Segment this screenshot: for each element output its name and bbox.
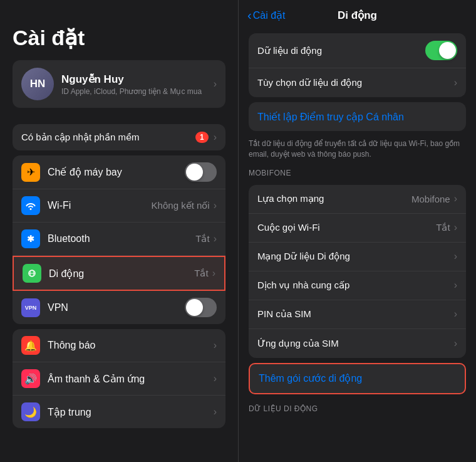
vpn-toggle[interactable] — [185, 298, 217, 317]
airplane-icon: ✈ — [21, 163, 40, 182]
airplane-label: Chế độ máy bay — [48, 166, 185, 178]
network-select-label: Lựa chọn mạng — [257, 193, 411, 204]
vpn-icon: VPN — [21, 298, 40, 317]
right-page-title: Di động — [338, 9, 377, 22]
focus-chevron-icon: › — [214, 406, 217, 417]
notifications-chevron-icon: › — [214, 340, 217, 351]
add-plan-container: Thêm gói cước di động — [249, 363, 466, 394]
mobile-network-row[interactable]: Mạng Dữ liệu Di động › — [249, 243, 466, 271]
back-button[interactable]: ‹ Cài đặt — [247, 8, 285, 23]
bluetooth-value: Tắt — [195, 233, 209, 244]
right-header: ‹ Cài đặt Di động — [239, 0, 476, 28]
settings-row-bluetooth[interactable]: ✱ Bluetooth Tắt › — [13, 223, 225, 256]
page-title: Cài đặt — [13, 25, 225, 50]
focus-icon: 🌙 — [21, 402, 40, 421]
settings-row-vpn[interactable]: VPN VPN — [13, 291, 225, 324]
sim-pin-label: PIN của SIM — [257, 308, 454, 320]
update-chevron-icon: › — [214, 132, 217, 143]
mobile-icon — [23, 264, 41, 283]
profile-name: Nguyễn Huy — [61, 73, 214, 86]
vpn-label: VPN — [48, 302, 185, 313]
update-label: Có bản cập nhật phần mềm — [21, 132, 195, 143]
wifi-call-label: Cuộc gọi Wi-Fi — [257, 222, 436, 233]
sim-apps-chevron-icon: › — [454, 338, 457, 349]
provider-services-chevron-icon: › — [454, 280, 457, 291]
mobile-data-row[interactable]: Dữ liệu di động — [249, 33, 466, 68]
network-select-chevron-icon: › — [454, 193, 457, 204]
settings-row-notifications[interactable]: 🔔 Thông báo › — [13, 329, 225, 362]
avatar: HN — [21, 68, 54, 100]
right-panel: ‹ Cài đặt Di động Dữ liệu di động Tùy ch… — [238, 0, 476, 462]
update-badge: 1 — [195, 132, 209, 143]
sound-label: Âm thanh & Cảm ứng — [48, 373, 214, 385]
mobile-value: Tắt — [194, 268, 208, 279]
mobile-network-label: Mạng Dữ liệu Di động — [257, 251, 454, 262]
bluetooth-chevron-icon: › — [214, 233, 217, 244]
update-banner[interactable]: Có bản cập nhật phần mềm 1 › — [13, 124, 225, 150]
add-plan-label: Thêm gói cước di động — [259, 372, 362, 384]
provider-services-row[interactable]: Dịch vụ nhà cung cấp › — [249, 271, 466, 300]
sound-chevron-icon: › — [214, 373, 217, 384]
mobifone-group: Lựa chọn mạng Mobifone › Cuộc gọi Wi-Fi … — [249, 185, 466, 358]
mobile-data-label: Dữ liệu di động — [257, 45, 425, 56]
wifi-call-chevron-icon: › — [454, 222, 457, 233]
settings-group-1: ✈ Chế độ máy bay Wi-Fi Không kết nối › ✱… — [13, 155, 225, 324]
mobifone-section-header: MOBIFONE — [239, 165, 476, 180]
sim-apps-row[interactable]: Ứng dụng của SIM › — [249, 329, 466, 358]
sim-pin-row[interactable]: PIN của SIM › — [249, 300, 466, 329]
airplane-toggle[interactable] — [185, 162, 217, 182]
add-plan-row[interactable]: Thêm gói cước di động — [250, 364, 465, 393]
mobile-options-chevron-icon: › — [454, 77, 457, 88]
wifi-icon — [21, 196, 40, 215]
profile-chevron-icon: › — [214, 78, 217, 90]
mobile-label: Di động — [49, 268, 194, 280]
settings-row-airplane[interactable]: ✈ Chế độ máy bay — [13, 155, 225, 189]
left-header: Cài đặt HN Nguyễn Huy ID Apple, iCloud, … — [0, 0, 238, 119]
settings-group-2: 🔔 Thông báo › 🔊 Âm thanh & Cảm ứng › 🌙 T… — [13, 329, 225, 428]
wifi-call-value: Tắt — [436, 222, 450, 233]
hotspot-row[interactable]: Thiết lập Điểm truy cập Cá nhân — [249, 102, 466, 131]
mobile-options-row[interactable]: Tùy chọn dữ liệu di động › — [249, 68, 466, 97]
mobile-chevron-icon: › — [212, 268, 215, 279]
left-panel: Cài đặt HN Nguyễn Huy ID Apple, iCloud, … — [0, 0, 238, 462]
mobile-data-group: Dữ liệu di động Tùy chọn dữ liệu di động… — [249, 33, 466, 97]
settings-row-mobile[interactable]: Di động Tắt › — [13, 256, 225, 291]
wifi-call-row[interactable]: Cuộc gọi Wi-Fi Tắt › — [249, 214, 466, 243]
profile-subtitle: ID Apple, iCloud, Phương tiện & Mục mua — [61, 87, 214, 96]
notifications-label: Thông báo — [48, 340, 214, 351]
focus-label: Tập trung — [48, 406, 214, 418]
wifi-label: Wi-Fi — [48, 200, 152, 211]
mobile-options-label: Tùy chọn dữ liệu di động — [257, 77, 454, 88]
hotspot-group: Thiết lập Điểm truy cập Cá nhân — [249, 102, 466, 131]
sim-apps-label: Ứng dụng của SIM — [257, 338, 454, 349]
right-content: Dữ liệu di động Tùy chọn dữ liệu di động… — [239, 28, 476, 456]
settings-row-focus[interactable]: 🌙 Tập trung › — [13, 396, 225, 428]
settings-row-wifi[interactable]: Wi-Fi Không kết nối › — [13, 189, 225, 223]
mobile-data-toggle[interactable] — [425, 41, 457, 60]
mobile-data-section-label: DỮ LIỆU DI ĐỘNG — [239, 399, 476, 416]
profile-info: Nguyễn Huy ID Apple, iCloud, Phương tiện… — [61, 73, 214, 96]
mobile-network-chevron-icon: › — [454, 251, 457, 262]
settings-row-sound[interactable]: 🔊 Âm thanh & Cảm ứng › — [13, 362, 225, 396]
wifi-chevron-icon: › — [214, 200, 217, 211]
back-label: Cài đặt — [253, 9, 286, 21]
back-chevron-icon: ‹ — [247, 8, 252, 23]
sound-icon: 🔊 — [21, 369, 40, 388]
bluetooth-label: Bluetooth — [48, 233, 195, 244]
network-select-row[interactable]: Lựa chọn mạng Mobifone › — [249, 185, 466, 214]
notification-icon: 🔔 — [21, 336, 40, 355]
network-select-value: Mobifone — [411, 194, 450, 204]
sim-pin-chevron-icon: › — [454, 308, 457, 320]
profile-row[interactable]: HN Nguyễn Huy ID Apple, iCloud, Phương t… — [13, 60, 225, 108]
wifi-value: Không kết nối — [152, 200, 210, 211]
hotspot-link: Thiết lập Điểm truy cập Cá nhân — [257, 111, 404, 123]
bluetooth-icon: ✱ — [21, 229, 40, 248]
provider-services-label: Dịch vụ nhà cung cấp — [257, 280, 454, 291]
mobile-info-text: Tắt dữ liệu di động để truyền tất cả dữ … — [239, 136, 476, 165]
